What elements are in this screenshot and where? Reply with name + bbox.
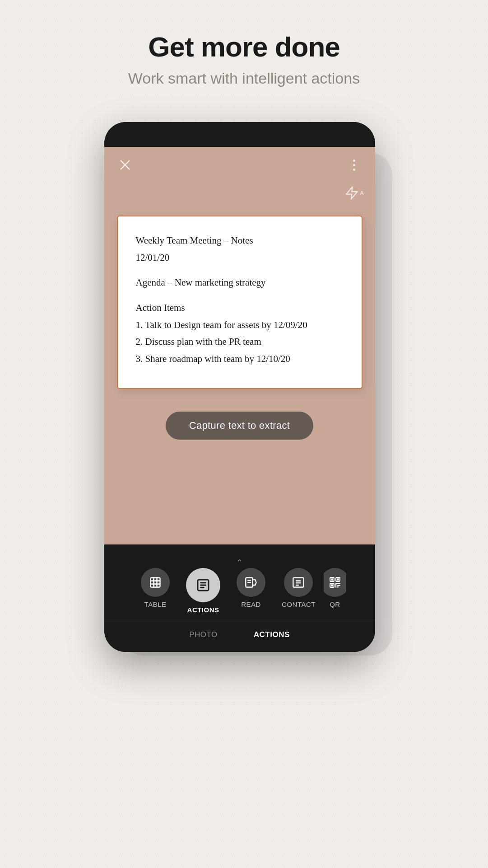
flash-icon xyxy=(344,185,359,201)
bottom-tabs: PHOTO ACTIONS xyxy=(104,621,375,643)
mode-actions[interactable]: ACTIONS xyxy=(178,568,228,614)
svg-rect-3 xyxy=(151,578,160,587)
camera-viewfinder: A Weekly Team Meeting – Notes 12/01/20 A… xyxy=(104,147,375,544)
mode-actions-label: ACTIONS xyxy=(187,606,219,614)
doc-gap-2 xyxy=(136,292,344,300)
mode-read-icon xyxy=(237,568,265,597)
dot1 xyxy=(353,160,355,162)
close-button[interactable] xyxy=(115,155,135,175)
doc-gap-1 xyxy=(136,267,344,275)
capture-text-button[interactable]: Capture text to extract xyxy=(166,412,313,440)
mode-actions-icon xyxy=(186,568,220,602)
mode-qr-label: QR xyxy=(330,601,340,608)
mode-contact[interactable]: CONTACT xyxy=(274,568,324,608)
qr-icon xyxy=(329,577,341,588)
svg-rect-24 xyxy=(331,584,333,586)
mode-table-icon xyxy=(141,568,170,597)
mode-qr-icon xyxy=(324,568,346,597)
doc-line-7: 1. Talk to Design team for assets by 12/… xyxy=(136,317,344,333)
phone-bottom-bar: ‸ TABLE xyxy=(104,544,375,652)
doc-line-1: Weekly Team Meeting – Notes xyxy=(136,233,344,249)
read-icon xyxy=(245,576,257,589)
dot3 xyxy=(353,169,355,171)
swipe-chevron-icon: ‸ xyxy=(238,550,241,562)
camera-modes-row: TABLE ACTIONS xyxy=(104,564,375,617)
tab-actions-label: ACTIONS xyxy=(254,630,290,639)
doc-line-4: Agenda – New marketing strategy xyxy=(136,275,344,291)
phone-mockup: A Weekly Team Meeting – Notes 12/01/20 A… xyxy=(104,122,384,652)
table-icon xyxy=(149,576,162,589)
header-section: Get more done Work smart with intelligen… xyxy=(0,0,488,105)
phone-frame: A Weekly Team Meeting – Notes 12/01/20 A… xyxy=(104,122,375,652)
tab-photo-label: PHOTO xyxy=(189,630,218,639)
dot2 xyxy=(353,164,355,166)
contact-icon xyxy=(292,576,305,589)
mode-read-label: READ xyxy=(241,601,261,608)
camera-top-controls xyxy=(104,147,375,183)
page-title: Get more done xyxy=(0,32,488,62)
page-subtitle: Work smart with intelligent actions xyxy=(0,70,488,87)
mode-contact-icon xyxy=(284,568,313,597)
tab-photo[interactable]: PHOTO xyxy=(189,629,218,639)
document-content: Weekly Team Meeting – Notes 12/01/20 Age… xyxy=(136,233,344,367)
capture-button-area: Capture text to extract xyxy=(104,398,375,449)
flash-auto-button[interactable]: A xyxy=(344,183,364,203)
document-card: Weekly Team Meeting – Notes 12/01/20 Age… xyxy=(117,216,363,389)
svg-rect-23 xyxy=(337,578,339,580)
mode-read[interactable]: READ xyxy=(228,568,274,608)
phone-top-bar xyxy=(104,122,375,147)
doc-line-9: 3. Share roadmap with team by 12/10/20 xyxy=(136,351,344,367)
doc-line-8: 2. Discuss plan with the PR team xyxy=(136,334,344,350)
mode-qr[interactable]: QR xyxy=(324,568,346,608)
flash-icon-area: A xyxy=(104,183,375,206)
tab-actions[interactable]: ACTIONS xyxy=(254,629,290,639)
actions-icon xyxy=(196,578,210,592)
swipe-indicator: ‸ xyxy=(104,544,375,564)
close-icon xyxy=(119,159,131,171)
menu-button[interactable] xyxy=(344,155,364,175)
svg-marker-2 xyxy=(346,187,357,199)
doc-line-2: 12/01/20 xyxy=(136,250,344,266)
doc-line-6: Action Items xyxy=(136,300,344,316)
mode-table[interactable]: TABLE xyxy=(133,568,178,608)
svg-rect-22 xyxy=(331,578,333,580)
flash-auto-label: A xyxy=(360,190,364,197)
mode-contact-label: CONTACT xyxy=(282,601,316,608)
mode-table-label: TABLE xyxy=(144,601,167,608)
